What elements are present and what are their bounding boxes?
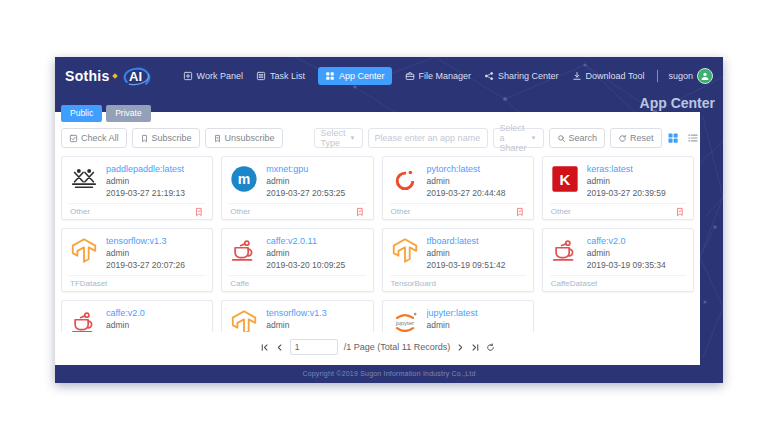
last-page-button[interactable]: [471, 343, 480, 352]
nav-divider: [657, 70, 658, 82]
pagination: /1 Page (Total 11 Records): [55, 338, 700, 356]
app-owner: admin: [427, 176, 506, 188]
app-title-link[interactable]: pytorch:latest: [427, 164, 506, 174]
app-window: Sothis AI Work Panel Task List App Cente…: [55, 57, 723, 383]
bookmark-icon[interactable]: [515, 207, 525, 217]
app-title-link[interactable]: paddlepaddle:latest: [106, 164, 185, 174]
sharer-select[interactable]: Select a Sharer ▼: [493, 128, 544, 148]
view-toggles: [667, 132, 699, 144]
check-all-button[interactable]: Check All: [61, 128, 127, 148]
app-owner: admin: [106, 176, 185, 188]
first-page-button[interactable]: [260, 343, 269, 352]
nav-item-task-list[interactable]: Task List: [256, 71, 305, 81]
reset-button[interactable]: Reset: [610, 128, 662, 148]
task-list-icon: [256, 71, 266, 81]
app-category-label: Other: [70, 207, 90, 216]
tabs: Public Private: [61, 105, 151, 122]
next-page-button[interactable]: [456, 343, 465, 352]
user-menu[interactable]: sugon: [668, 68, 713, 84]
nav-item-download-tool[interactable]: Download Tool: [572, 71, 645, 81]
brand-text-left: Sothis: [65, 68, 110, 84]
bookmark-icon[interactable]: [355, 207, 365, 217]
search-button[interactable]: Search: [549, 128, 606, 148]
chevron-down-icon: ▼: [350, 135, 356, 141]
app-card[interactable]: tfboard:latest admin 2019-03-19 09:51:42…: [382, 228, 534, 292]
app-title-link[interactable]: caffe:v2.0.11: [266, 236, 345, 246]
footer: Copyright ©2019 Sugon Information Indust…: [55, 365, 723, 383]
tab-public[interactable]: Public: [61, 105, 102, 122]
tensorflow-icon: [229, 308, 259, 332]
app-owner: admin: [266, 248, 345, 260]
app-title-link[interactable]: keras:latest: [587, 164, 666, 174]
copyright-text: Copyright ©2019 Sugon Information Indust…: [302, 370, 475, 377]
app-card[interactable]: caffe:v2.0 admin: [61, 300, 213, 332]
nav-item-work-panel[interactable]: Work Panel: [183, 71, 243, 81]
keras-icon: K: [550, 164, 580, 194]
check-all-icon: [69, 134, 78, 143]
app-card[interactable]: K keras:latest admin 2019-03-27 20:39:59…: [542, 156, 694, 220]
app-time: 2019-03-27 21:19:13: [106, 188, 185, 200]
tab-private[interactable]: Private: [106, 105, 150, 122]
avatar[interactable]: [697, 68, 713, 84]
grid-view-icon[interactable]: [667, 132, 679, 144]
app-card[interactable]: caffe:v2.0.11 admin 2019-03-20 10:09:25 …: [221, 228, 373, 292]
unsubscribe-button[interactable]: Unsubscribe: [205, 128, 283, 148]
app-category-label: Caffe: [230, 279, 249, 288]
chevron-down-icon: ▼: [531, 135, 537, 141]
nav-item-file-manager[interactable]: File Manager: [405, 71, 472, 81]
bookmark-off-icon: [213, 134, 222, 143]
app-title-link[interactable]: caffe:v2.0: [106, 308, 145, 318]
app-owner: admin: [587, 248, 666, 260]
user-name: sugon: [668, 71, 693, 81]
bookmark-icon: [140, 134, 149, 143]
app-card[interactable]: tensorflow:v1.3 admin 2019-03-27 20:07:2…: [61, 228, 213, 292]
tensorflow-icon: [390, 236, 420, 266]
toolbar: Check All Subscribe Unsubscribe Select T…: [61, 128, 694, 148]
bookmark-icon[interactable]: [194, 207, 204, 217]
brand-text-right: AI: [129, 69, 142, 84]
type-select[interactable]: Select Type ▼: [314, 128, 363, 148]
jupyter-icon: jupyter: [390, 308, 420, 332]
app-title-link[interactable]: mxnet:gpu: [266, 164, 345, 174]
app-owner: admin: [427, 320, 478, 332]
file-manager-icon: [405, 71, 415, 81]
app-card[interactable]: jupyter jupyter:latest admin: [382, 300, 534, 332]
app-category-label: Other: [391, 207, 411, 216]
caffe-icon: [550, 236, 580, 266]
app-title-link[interactable]: jupyter:latest: [427, 308, 478, 318]
app-name-input[interactable]: [368, 128, 488, 148]
app-time: 2019-03-20 10:09:25: [266, 260, 345, 272]
app-owner: admin: [106, 248, 185, 260]
pytorch-icon: [390, 164, 420, 194]
bookmark-icon[interactable]: [675, 207, 685, 217]
page-input[interactable]: [290, 339, 338, 355]
app-title-link[interactable]: tensorflow:v1.3: [106, 236, 185, 246]
prev-page-button[interactable]: [275, 343, 284, 352]
nav-item-sharing-center[interactable]: Sharing Center: [484, 71, 559, 81]
app-category-label: CaffeDataset: [551, 279, 598, 288]
app-card[interactable]: pytorch:latest admin 2019-03-27 20:44:48…: [382, 156, 534, 220]
paddlepaddle-icon: [69, 164, 99, 194]
app-card[interactable]: caffe:v2.0 admin 2019-03-19 09:35:34 Caf…: [542, 228, 694, 292]
app-title-link[interactable]: tensorflow:v1.3: [266, 308, 327, 318]
app-title-link[interactable]: tfboard:latest: [427, 236, 506, 246]
nav-item-app-center[interactable]: App Center: [318, 67, 392, 85]
app-title-link[interactable]: caffe:v2.0: [587, 236, 666, 246]
download-tool-icon: [572, 71, 582, 81]
main-nav: Work Panel Task List App Center File Man…: [183, 67, 645, 85]
tensorflow-icon: [69, 236, 99, 266]
refresh-button[interactable]: [486, 343, 495, 352]
user-icon: [700, 71, 710, 81]
sharer-select-placeholder: Select a Sharer: [500, 123, 527, 153]
app-time: 2019-03-27 20:44:48: [427, 188, 506, 200]
app-card[interactable]: m mxnet:gpu admin 2019-03-27 20:53:25 Ot…: [221, 156, 373, 220]
reset-icon: [618, 134, 627, 143]
app-card[interactable]: tensorflow:v1.3 admin: [221, 300, 373, 332]
app-card[interactable]: paddlepaddle:latest admin 2019-03-27 21:…: [61, 156, 213, 220]
subscribe-button[interactable]: Subscribe: [132, 128, 200, 148]
search-icon: [557, 134, 566, 143]
app-category-label: TFDataset: [70, 279, 107, 288]
app-category-label: TensorBoard: [391, 279, 436, 288]
list-view-icon[interactable]: [687, 132, 699, 144]
mxnet-icon: m: [229, 164, 259, 194]
